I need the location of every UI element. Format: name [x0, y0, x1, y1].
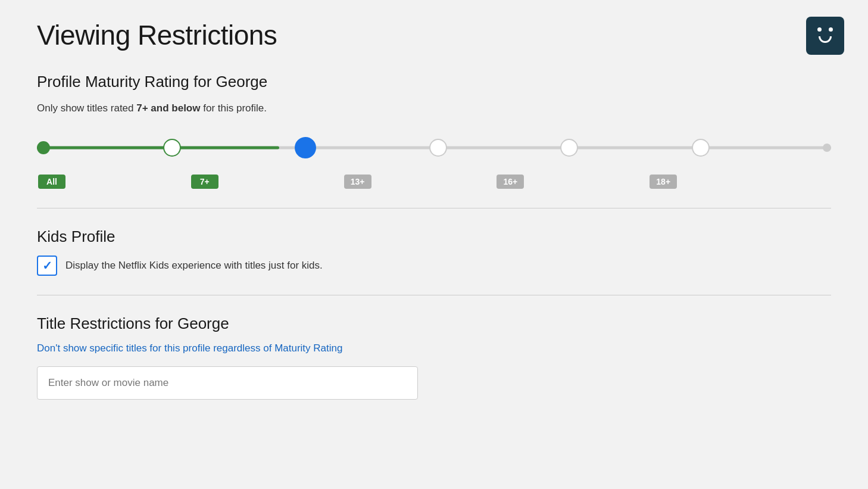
divider-1: [37, 208, 831, 208]
label-spacer: [803, 175, 830, 189]
slider-labels: All 7+ 13+ 16+ 18+: [37, 175, 831, 189]
rating-slider[interactable]: [37, 133, 831, 163]
description-bold: 7+ and below: [136, 102, 200, 114]
slider-point-13[interactable]: [429, 139, 447, 157]
avatar-eye-right: [829, 27, 833, 32]
label-18[interactable]: 18+: [650, 175, 677, 189]
title-restrictions-description: Don't show specific titles for this prof…: [37, 342, 831, 354]
slider-end-dot: [823, 144, 831, 152]
avatar-smile: [819, 36, 832, 43]
kids-checkbox[interactable]: ✓: [37, 256, 57, 276]
slider-point-16[interactable]: [560, 139, 578, 157]
avatar[interactable]: [806, 17, 844, 55]
page-container: Viewing Restrictions Profile Maturity Ra…: [0, 0, 868, 438]
title-restrictions-section: Title Restrictions for George Don't show…: [37, 314, 831, 400]
label-all[interactable]: All: [38, 175, 65, 189]
maturity-slider-wrapper: All 7+ 13+ 16+ 18+: [37, 133, 831, 189]
slider-point-18[interactable]: [692, 139, 710, 157]
avatar-eye-left: [817, 27, 822, 32]
maturity-section-title: Profile Maturity Rating for George: [37, 73, 831, 91]
label-7[interactable]: 7+: [191, 175, 218, 189]
slider-point-selected[interactable]: [295, 137, 316, 158]
slider-points-row: [37, 137, 831, 158]
description-suffix: for this profile.: [200, 102, 267, 114]
divider-2: [37, 295, 831, 295]
checkmark-icon: ✓: [42, 258, 52, 273]
maturity-section-description: Only show titles rated 7+ and below for …: [37, 101, 831, 116]
title-restrictions-title: Title Restrictions for George: [37, 314, 831, 333]
page-title: Viewing Restrictions: [37, 19, 831, 51]
label-16[interactable]: 16+: [497, 175, 524, 189]
slider-point-7[interactable]: [163, 139, 181, 157]
maturity-rating-section: Profile Maturity Rating for George Only …: [37, 73, 831, 189]
avatar-face: [814, 27, 836, 44]
avatar-eyes: [814, 27, 836, 32]
description-prefix: Only show titles rated: [37, 102, 136, 114]
kids-checkbox-label: Display the Netflix Kids experience with…: [65, 260, 323, 272]
kids-checkbox-row: ✓ Display the Netflix Kids experience wi…: [37, 256, 831, 276]
slider-point-all[interactable]: [37, 141, 50, 154]
title-search-input[interactable]: [37, 366, 418, 400]
kids-profile-section: Kids Profile ✓ Display the Netflix Kids …: [37, 228, 831, 276]
label-13[interactable]: 13+: [344, 175, 371, 189]
kids-section-title: Kids Profile: [37, 228, 831, 246]
